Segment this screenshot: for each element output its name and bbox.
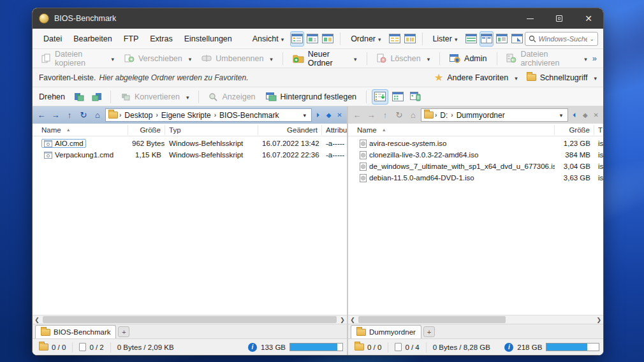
scrollbar-track[interactable] <box>41 315 338 324</box>
column-size[interactable]: Größe <box>128 125 165 135</box>
scrollbar-track[interactable] <box>357 315 594 324</box>
toolbar-overflow-button[interactable]: » <box>592 54 599 63</box>
file-row[interactable]: debian-11.5.0-amd64-DVD-1.iso 3,63 GB is <box>348 172 603 184</box>
sort-options-button[interactable] <box>372 89 388 105</box>
home-button[interactable]: ⌂ <box>407 110 420 120</box>
breadcrumb-bios-benchmark[interactable]: BIOS-Benchmark <box>217 111 281 120</box>
menu-ansicht-dropdown[interactable]: Ansicht <box>247 34 290 43</box>
breadcrumb-drive-d[interactable]: D: <box>438 111 450 120</box>
menu-ftp[interactable]: FTP <box>118 34 145 43</box>
forward-button[interactable]: → <box>365 110 377 120</box>
menu-ordner-dropdown[interactable]: Ordner <box>345 34 386 43</box>
column-modified[interactable]: Geändert <box>258 125 322 135</box>
column-name[interactable]: Name <box>348 125 555 135</box>
forward-button[interactable]: → <box>49 110 62 120</box>
admin-button[interactable]: Admin <box>444 50 492 67</box>
set-background-button[interactable]: Hintergrund festlegen <box>261 89 362 105</box>
new-tab-button[interactable]: + <box>423 326 435 337</box>
left-breadcrumb[interactable]: › Desktop › Eigene Skripte › BIOS-Benchm… <box>105 108 312 122</box>
up-button[interactable]: ↑ <box>63 110 76 120</box>
rotate-right-button[interactable] <box>89 89 105 105</box>
new-tab-button[interactable]: + <box>118 326 129 337</box>
move-files-button[interactable]: Verschieben <box>119 50 196 67</box>
lister-horizontal-button[interactable] <box>464 31 478 47</box>
scroll-left-icon[interactable]: ❮ <box>33 317 41 323</box>
file-row[interactable]: AIO.cmd 962 Bytes Windows-Befehlsskript … <box>33 138 347 149</box>
home-button[interactable]: ⌂ <box>91 110 104 120</box>
view-image-button[interactable]: Anzeigen <box>203 89 260 105</box>
group-options-button[interactable] <box>390 89 406 105</box>
tab-dummyordner[interactable]: Dummyordner <box>351 325 421 338</box>
cleanup-button[interactable] <box>407 89 424 105</box>
lister-vertical-button[interactable] <box>479 31 494 47</box>
file-row[interactable]: Verpackung1.cmd 1,15 KB Windows-Befehlss… <box>33 149 347 161</box>
other-favorites-button[interactable]: ★Andere Favoriten <box>434 71 518 83</box>
pane-lock-button[interactable]: ⏴ <box>569 112 579 119</box>
file-row[interactable]: avira-rescue-system.iso 1,23 GB is <box>348 138 603 149</box>
breadcrumb-desktop[interactable]: Desktop <box>122 111 154 120</box>
pane-lock-button[interactable]: ⏵ <box>313 112 323 119</box>
column-type[interactable]: Typ <box>165 125 258 135</box>
lister-preview-button[interactable] <box>510 31 524 47</box>
left-tab-bar: BIOS-Benchmark + <box>33 324 347 338</box>
search-input[interactable] <box>539 35 587 43</box>
folder-tree-button[interactable] <box>403 31 417 47</box>
refresh-button[interactable]: ↻ <box>393 110 406 120</box>
pane-swap-button[interactable]: ◆ <box>324 112 333 119</box>
view-details-button[interactable] <box>290 31 304 47</box>
right-breadcrumb[interactable]: › D: › Dummyordner ▾ <box>421 108 568 122</box>
column-type[interactable]: T <box>594 125 603 135</box>
menu-einstellungen[interactable]: Einstellungen <box>179 34 238 43</box>
pane-close-button[interactable]: ✕ <box>335 112 344 119</box>
tab-bios-benchmark[interactable]: BIOS-Benchmark <box>35 325 116 338</box>
menu-extras[interactable]: Extras <box>144 34 178 43</box>
tab-label: BIOS-Benchmark <box>54 328 110 336</box>
right-status-bar: 0 / 0 0 / 4 0 Bytes / 8,28 GB 218 GB <box>348 338 603 355</box>
pane-swap-button[interactable]: ◆ <box>580 112 590 119</box>
info-icon[interactable] <box>248 343 257 352</box>
breadcrumb-eigene-skripte[interactable]: Eigene Skripte <box>159 111 213 120</box>
scrollbar-thumb[interactable] <box>358 316 506 323</box>
chevron-down-icon[interactable]: ▾ <box>300 112 309 119</box>
column-size[interactable]: Größe <box>555 125 594 135</box>
file-row[interactable]: clonezilla-live-3.0.3-22-amd64.iso 384 M… <box>348 149 603 161</box>
refresh-button[interactable]: ↻ <box>77 110 90 120</box>
delete-icon <box>376 54 386 63</box>
convert-button[interactable]: Konvertieren <box>115 89 194 105</box>
column-name[interactable]: Name <box>33 125 128 135</box>
maximize-button[interactable] <box>545 8 574 29</box>
breadcrumb-dummyordner[interactable]: Dummyordner <box>455 111 507 120</box>
copy-files-button[interactable]: Dateien kopieren <box>36 50 119 67</box>
minimize-button[interactable] <box>515 8 545 29</box>
view-tiles-button[interactable] <box>321 31 335 47</box>
right-horizontal-scrollbar[interactable]: ❮ ❯ <box>348 315 603 324</box>
menu-bearbeiten[interactable]: Bearbeiten <box>68 34 117 43</box>
rotate-left-button[interactable] <box>71 89 87 105</box>
new-folder-button[interactable]: Neuer Ordner <box>288 50 362 67</box>
archive-files-button[interactable]: Dateien archivieren <box>501 50 592 67</box>
folder-icon <box>356 329 366 336</box>
left-horizontal-scrollbar[interactable]: ❮ ❯ <box>33 315 347 324</box>
lister-list-button[interactable] <box>495 31 509 47</box>
file-row[interactable]: de_windows_7_ultimate_with_sp1_x64_dvd_u… <box>348 161 603 172</box>
windows-search-box[interactable]: ⌄ <box>525 32 599 46</box>
up-button[interactable]: ↑ <box>379 110 392 120</box>
scroll-left-icon[interactable]: ❮ <box>348 317 357 323</box>
info-icon[interactable] <box>504 343 513 352</box>
delete-button[interactable]: Löschen <box>371 50 435 67</box>
back-button[interactable]: ← <box>351 110 363 120</box>
quick-access-button[interactable]: Schnellzugriff <box>527 73 597 82</box>
scrollbar-thumb[interactable] <box>43 316 337 323</box>
view-list-button[interactable] <box>305 31 319 47</box>
column-attr[interactable]: Attribut <box>322 125 347 135</box>
scroll-right-icon[interactable]: ❯ <box>338 317 347 323</box>
rename-button[interactable]: Umbenennen <box>196 50 278 67</box>
pane-close-button[interactable]: ✕ <box>591 112 601 119</box>
menu-lister-dropdown[interactable]: Lister <box>427 34 463 43</box>
chevron-down-icon[interactable]: ▾ <box>557 112 566 119</box>
scroll-right-icon[interactable]: ❯ <box>594 317 603 323</box>
menu-datei[interactable]: Datei <box>38 34 68 43</box>
close-button[interactable]: ✕ <box>574 8 603 29</box>
folder-panel-button[interactable] <box>388 31 402 47</box>
back-button[interactable]: ← <box>35 110 48 120</box>
